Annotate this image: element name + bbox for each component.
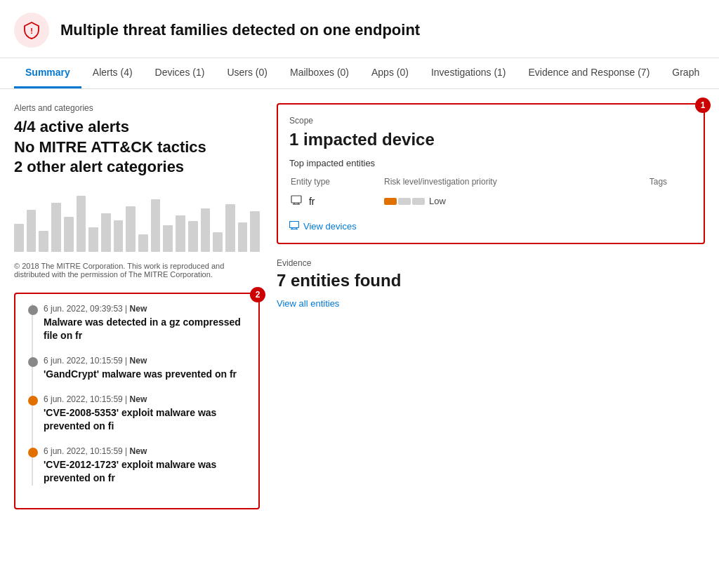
chart-bar: [101, 213, 111, 252]
tab-investigations[interactable]: Investigations (1): [420, 58, 517, 88]
chart-bar: [188, 221, 198, 252]
risk-seg-1: [384, 198, 397, 205]
svg-rect-1: [291, 196, 301, 203]
evidence-count: 7 entities found: [277, 271, 705, 290]
risk-seg-3: [412, 198, 425, 205]
timeline: 6 jun. 2022, 09:39:53 | NewMalware was d…: [27, 304, 247, 486]
timeline-title: Malware was detected in a gz compressed …: [44, 316, 247, 343]
list-item: 6 jun. 2022, 10:15:59 | New'GandCrypt' m…: [44, 356, 247, 382]
tab-alerts[interactable]: Alerts (4): [81, 58, 144, 88]
evidence-section: Evidence 7 entities found View all entit…: [277, 258, 705, 309]
timeline-title: 'CVE-2012-1723' exploit malware was prev…: [44, 458, 247, 486]
risk-label-text: Low: [429, 196, 446, 206]
timeline-meta: 6 jun. 2022, 10:15:59 | New: [44, 394, 247, 404]
timeline-meta: 6 jun. 2022, 10:15:59 | New: [44, 446, 247, 456]
risk-seg-2: [398, 198, 411, 205]
mitre-copyright: © 2018 The MITRE Corporation. This work …: [14, 262, 260, 279]
left-panel: Alerts and categories 4/4 active alerts …: [14, 103, 260, 509]
alerts-category-label: Alerts and categories: [14, 103, 260, 113]
tab-graph[interactable]: Graph: [661, 58, 711, 88]
timeline-title: 'CVE-2008-5353' exploit malware was prev…: [44, 406, 247, 434]
timeline-badge: 2: [250, 287, 265, 302]
chart-bar: [238, 222, 248, 252]
tab-evidence[interactable]: Evidence and Response (7): [517, 58, 661, 88]
view-all-entities-link[interactable]: View all entities: [277, 298, 339, 309]
col-risk-level: Risk level/investigation priority: [384, 177, 648, 191]
svg-rect-5: [290, 222, 299, 228]
page-header: ! Multiple threat families detected on o…: [0, 0, 719, 58]
chart-bar: [27, 210, 37, 252]
top-entities-label: Top impacted entities: [289, 158, 692, 168]
chart-bar: [88, 227, 98, 252]
chart-bar: [64, 217, 74, 252]
chart-bar: [51, 203, 61, 252]
view-devices-link[interactable]: View devices: [289, 221, 692, 232]
scope-badge: 1: [695, 98, 711, 113]
threat-icon: !: [14, 13, 49, 48]
scope-label: Scope: [289, 116, 692, 126]
chart-bar: [14, 224, 24, 252]
other-categories-stat: 2 other alert categories: [14, 157, 260, 178]
view-devices-icon: [289, 221, 299, 232]
chart-bar: [213, 232, 223, 252]
active-alerts-stat: 4/4 active alerts: [14, 117, 260, 138]
evidence-label: Evidence: [277, 258, 705, 268]
tags-cell: [649, 192, 691, 210]
timeline-meta: 6 jun. 2022, 10:15:59 | New: [44, 356, 247, 366]
chart-bar: [114, 220, 124, 252]
entity-name: fr: [309, 196, 315, 207]
scope-count: 1 impacted device: [289, 130, 692, 149]
chart-bar: [225, 204, 235, 252]
navigation-tabs: Summary Alerts (4) Devices (1) Users (0)…: [0, 58, 719, 89]
table-row: fr Low: [291, 192, 691, 210]
chart-bar: [151, 199, 161, 252]
timeline-dot: [28, 448, 38, 457]
tab-mailboxes[interactable]: Mailboxes (0): [279, 58, 360, 88]
scope-box: 1 Scope 1 impacted device Top impacted e…: [277, 103, 705, 244]
mitre-stat: No MITRE ATT&CK tactics: [14, 138, 260, 158]
timeline-dot: [28, 396, 38, 406]
tab-users[interactable]: Users (0): [216, 58, 279, 88]
timeline-dot: [28, 357, 38, 367]
chart-bar: [126, 206, 136, 252]
chart-bar: [250, 211, 260, 252]
col-tags: Tags: [649, 177, 691, 191]
chart-bar: [176, 215, 185, 252]
alerts-bar-chart: [14, 189, 260, 252]
view-devices-label: View devices: [303, 221, 357, 232]
tab-summary[interactable]: Summary: [14, 58, 81, 88]
chart-bar: [39, 231, 48, 252]
svg-text:!: !: [30, 27, 33, 35]
alerts-timeline-box: 2 6 jun. 2022, 09:39:53 | NewMalware was…: [14, 293, 260, 509]
list-item: 6 jun. 2022, 10:15:59 | New'CVE-2008-535…: [44, 394, 247, 434]
tab-devices[interactable]: Devices (1): [144, 58, 216, 88]
chart-bar: [138, 234, 148, 252]
chart-bar: [77, 196, 86, 252]
timeline-meta: 6 jun. 2022, 09:39:53 | New: [44, 304, 247, 314]
entity-table: Entity type Risk level/investigation pri…: [289, 175, 692, 211]
right-panel: 1 Scope 1 impacted device Top impacted e…: [277, 103, 705, 509]
tab-apps[interactable]: Apps (0): [360, 58, 420, 88]
chart-bar: [163, 225, 173, 252]
risk-segments: [384, 198, 425, 205]
col-entity-type: Entity type: [291, 177, 383, 191]
timeline-title: 'GandCrypt' malware was prevented on fr: [44, 368, 247, 382]
timeline-dot: [28, 305, 38, 315]
entity-name-cell: fr: [291, 192, 383, 210]
device-icon: [291, 195, 302, 207]
main-content: Alerts and categories 4/4 active alerts …: [0, 89, 719, 523]
page-title: Multiple threat families detected on one…: [60, 21, 420, 39]
risk-level-cell: Low: [384, 192, 648, 210]
chart-bar: [201, 208, 211, 252]
list-item: 6 jun. 2022, 10:15:59 | New'CVE-2012-172…: [44, 446, 247, 486]
list-item: 6 jun. 2022, 09:39:53 | NewMalware was d…: [44, 304, 247, 343]
